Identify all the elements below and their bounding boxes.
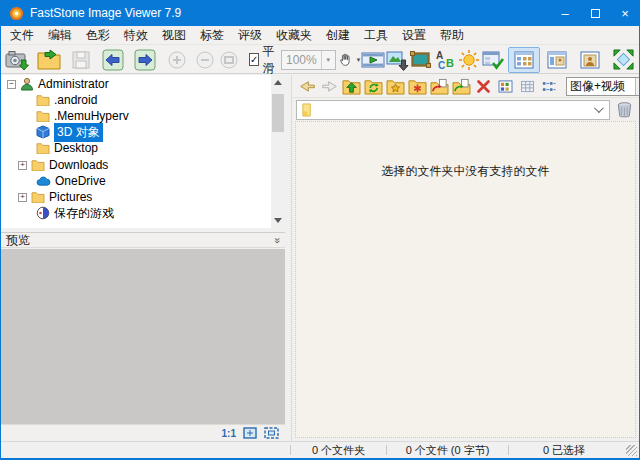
svg-text:B: B	[446, 57, 454, 69]
folder-icon	[36, 94, 50, 106]
hand-icon	[337, 50, 354, 69]
batch-convert-button[interactable]	[481, 47, 505, 73]
fullscreen-view-icon	[580, 51, 600, 69]
back-button[interactable]	[296, 76, 318, 96]
svg-text:C: C	[438, 60, 445, 71]
save-icon	[70, 49, 92, 71]
tree-item-memuhyperv[interactable]: .MemuHyperv	[1, 108, 271, 124]
tree-item-saved-games[interactable]: 保存的游戏	[1, 205, 271, 221]
chevron-down-icon[interactable]	[594, 103, 604, 113]
details-view-button[interactable]	[516, 76, 538, 96]
copy-to-folder-button[interactable]	[428, 76, 450, 96]
windowed-view-button[interactable]	[541, 47, 573, 73]
adjust-colors-button[interactable]	[457, 47, 481, 73]
next-image-button[interactable]	[129, 47, 161, 73]
fit-window-button[interactable]	[607, 47, 639, 73]
preview-actual-size-button[interactable]: 1:1	[222, 428, 236, 439]
open-file-button[interactable]	[33, 47, 65, 73]
saved-games-icon	[36, 206, 50, 220]
caret-down-icon[interactable]: ▼	[321, 51, 335, 69]
actual-size-button[interactable]	[217, 47, 241, 73]
scroll-thumb[interactable]	[272, 94, 284, 132]
address-combobox[interactable]	[296, 100, 610, 120]
menu-create[interactable]: 创建	[319, 26, 357, 45]
collapse-expander-icon[interactable]: −	[7, 80, 16, 89]
tree-item-downloads[interactable]: + Downloads	[1, 157, 271, 173]
caret-down-icon[interactable]: ▼	[635, 78, 640, 95]
fullscreen-view-button[interactable]	[574, 47, 606, 73]
menu-tools[interactable]: 工具	[357, 26, 395, 45]
browser-pane: 图像+视频 ▼ 选择的文件夹中没有支持的文件	[291, 75, 639, 441]
tree-item-label: OneDrive	[55, 174, 106, 188]
previous-image-button[interactable]	[97, 47, 129, 73]
title-bar[interactable]: FastStone Image Viewer 7.9 – ×	[0, 0, 640, 26]
up-folder-button[interactable]	[340, 76, 362, 96]
tree-item-3d-objects[interactable]: 3D 对象	[1, 124, 271, 140]
move-to-folder-button[interactable]	[450, 76, 472, 96]
recycle-bin-button[interactable]	[613, 100, 635, 120]
scroll-down-icon[interactable]	[271, 213, 285, 228]
expand-expander-icon[interactable]: +	[18, 193, 27, 202]
batch-rename-button[interactable]: ACB	[433, 47, 457, 73]
batch-rename-icon: ACB	[433, 49, 457, 71]
canvas-icon	[409, 49, 433, 71]
menu-view[interactable]: 视图	[155, 26, 193, 45]
camera-acquire-button[interactable]	[1, 47, 33, 73]
file-filter-select[interactable]: 图像+视频 ▼	[566, 77, 640, 96]
resize-grip[interactable]	[626, 445, 637, 456]
arrow-left-icon	[102, 49, 124, 71]
canvas-button[interactable]	[409, 47, 433, 73]
tree-scrollbar[interactable]	[271, 75, 285, 228]
tree-item-label: Pictures	[49, 190, 92, 204]
hand-tool-button[interactable]: ▼	[337, 47, 361, 73]
actual-size-icon	[218, 49, 240, 71]
menu-settings[interactable]: 设置	[395, 26, 433, 45]
tree-item-label: Downloads	[49, 158, 108, 172]
tree-item-label: .MemuHyperv	[54, 109, 129, 123]
tree-item-desktop[interactable]: Desktop	[1, 140, 271, 156]
menu-tag[interactable]: 标签	[193, 26, 231, 45]
favorites-folder-button[interactable]	[384, 76, 406, 96]
browser-view-button[interactable]	[508, 47, 540, 73]
minimize-button[interactable]: –	[550, 0, 580, 26]
close-button[interactable]: ×	[610, 0, 640, 26]
menu-edit[interactable]: 编辑	[41, 26, 79, 45]
user-icon	[20, 77, 34, 91]
delete-button[interactable]	[472, 76, 494, 96]
tree-item-label: .android	[54, 93, 97, 107]
refresh-folder-button[interactable]	[362, 76, 384, 96]
menu-help[interactable]: 帮助	[433, 26, 471, 45]
resize-button[interactable]	[385, 47, 409, 73]
tree-item-administrator[interactable]: − Administrator	[1, 76, 271, 92]
menu-effects[interactable]: 特效	[117, 26, 155, 45]
slideshow-button[interactable]	[361, 47, 385, 73]
sun-icon	[458, 49, 480, 71]
zoom-select[interactable]: 100% ▼	[281, 50, 336, 70]
menu-colors[interactable]: 色彩	[79, 26, 117, 45]
tree-item-onedrive[interactable]: OneDrive	[1, 173, 271, 189]
tree-item-android[interactable]: .android	[1, 92, 271, 108]
save-button[interactable]	[65, 47, 97, 73]
menu-file[interactable]: 文件	[3, 26, 41, 45]
scroll-up-icon[interactable]	[271, 75, 285, 90]
faststone-logo-icon	[9, 6, 24, 21]
zoom-out-button[interactable]	[193, 47, 217, 73]
tree-item-label: 保存的游戏	[54, 205, 114, 222]
thumbnails-view-button[interactable]	[494, 76, 516, 96]
smooth-checkbox[interactable]: ✓ 平滑	[249, 43, 277, 77]
delete-cross-icon	[476, 79, 491, 94]
list-view-button[interactable]	[538, 76, 560, 96]
zoom-in-button[interactable]	[161, 47, 193, 73]
maximize-button[interactable]	[580, 0, 610, 26]
tree-item-pictures[interactable]: + Pictures	[1, 189, 271, 205]
file-list-area[interactable]: 选择的文件夹中没有支持的文件	[295, 121, 636, 438]
details-view-icon	[520, 80, 535, 93]
tree-item-label: Administrator	[38, 77, 109, 91]
status-file-count: 0 个文件 (0 字节)	[387, 442, 508, 458]
preview-fit-button[interactable]	[243, 427, 257, 439]
collapse-panel-icon[interactable]: »	[271, 237, 282, 243]
new-folder-button[interactable]	[406, 76, 428, 96]
forward-button[interactable]	[318, 76, 340, 96]
expand-expander-icon[interactable]: +	[18, 161, 27, 170]
preview-stretch-button[interactable]	[264, 427, 279, 439]
